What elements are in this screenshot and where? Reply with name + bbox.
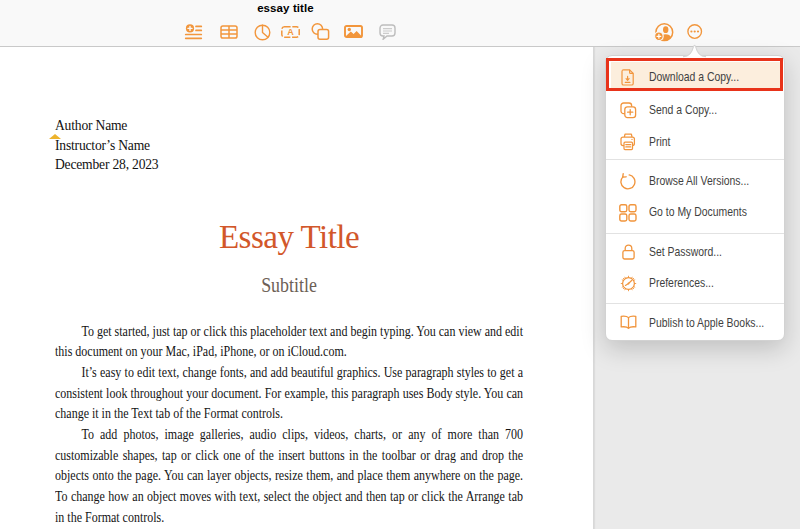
svg-text:A: A	[287, 27, 294, 37]
